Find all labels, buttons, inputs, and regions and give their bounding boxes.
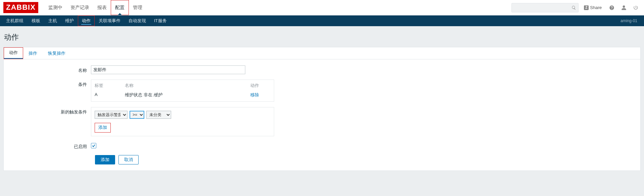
conditions-header: 标签 名称 动作 (91, 80, 274, 91)
search-icon[interactable] (572, 5, 576, 10)
row-conditions: 条件 标签 名称 动作 A 维护状态 非在 维护 移除 (7, 80, 637, 102)
main-nav: 监测中 资产记录 报表 配置 管理 (44, 0, 146, 15)
button-row: 添加 取消 (95, 155, 637, 164)
subnav-itservices[interactable]: IT服务 (150, 15, 171, 26)
subnav-discovery[interactable]: 自动发现 (125, 15, 150, 26)
new-cond-value-select[interactable]: 未分类 (146, 111, 171, 119)
label-enabled: 已启用 (7, 142, 91, 150)
main-nav-reports[interactable]: 报表 (93, 0, 111, 15)
share-label: Share (590, 5, 602, 10)
conditions-box: 标签 名称 动作 A 维护状态 非在 维护 移除 (91, 80, 274, 102)
subnav-actions[interactable]: 动作 (78, 15, 95, 26)
page-title: 动作 (4, 32, 640, 42)
form-area: 名称 条件 标签 名称 动作 A 维护状态 非在 维护 (4, 59, 640, 170)
cond-remove-link[interactable]: 移除 (250, 92, 259, 97)
enabled-checkbox[interactable] (91, 143, 96, 148)
cond-name-italic: 维护 (153, 92, 162, 97)
search-input[interactable] (512, 5, 578, 10)
share-button[interactable]: Z Share (581, 4, 604, 11)
submit-button[interactable]: 添加 (95, 155, 115, 164)
subnav-maintenance[interactable]: 维护 (61, 15, 78, 26)
tab-action[interactable]: 动作 (4, 47, 23, 59)
cancel-button[interactable]: 取消 (118, 155, 139, 164)
subnav-hostgroups[interactable]: 主机群组 (2, 15, 28, 26)
search-box (511, 3, 579, 12)
tab-operations[interactable]: 操作 (23, 47, 43, 59)
z-icon: Z (584, 5, 589, 10)
cond-name-prefix: 维护状态 非在 (125, 92, 153, 97)
label-conditions: 条件 (7, 80, 91, 88)
cond-head-tag: 标签 (95, 83, 125, 89)
new-condition-selects: 触发器示警度 >= 未分类 (95, 111, 270, 119)
label-name: 名称 (7, 65, 91, 74)
cond-tag: A (95, 92, 125, 98)
new-cond-add-link[interactable]: 添加 (95, 123, 111, 133)
check-icon (92, 144, 96, 148)
new-cond-operator-select[interactable]: >= (130, 111, 144, 119)
page-title-area: 动作 (0, 26, 644, 47)
cond-head-name: 名称 (125, 83, 250, 89)
user-icon[interactable] (619, 3, 629, 12)
subnav-templates[interactable]: 模板 (28, 15, 44, 26)
row-name: 名称 (7, 65, 637, 74)
subnav-hosts[interactable]: 主机 (44, 15, 61, 26)
tab-recovery-operations[interactable]: 恢复操作 (43, 47, 71, 59)
conditions-row: A 维护状态 非在 维护 移除 (91, 91, 274, 101)
main-nav-inventory[interactable]: 资产记录 (66, 0, 93, 15)
power-icon[interactable] (631, 3, 641, 12)
top-header: ZABBIX 监测中 资产记录 报表 配置 管理 Z Share (0, 0, 644, 15)
cond-head-action: 动作 (250, 83, 270, 89)
new-cond-field-select[interactable]: 触发器示警度 (95, 111, 128, 119)
row-new-condition: 新的触发条件 触发器示警度 >= 未分类 添加 (7, 107, 637, 136)
main-nav-configuration[interactable]: 配置 (111, 0, 129, 15)
label-new-condition: 新的触发条件 (7, 107, 91, 115)
hostname-label: aming-01 (621, 18, 642, 23)
subnav-correlation[interactable]: 关联项事件 (95, 15, 125, 26)
cond-name: 维护状态 非在 维护 (125, 92, 250, 98)
name-input[interactable] (91, 65, 245, 74)
main-nav-monitoring[interactable]: 监测中 (44, 0, 66, 15)
help-icon[interactable] (607, 3, 616, 12)
sub-nav: 主机群组 模板 主机 维护 动作 关联项事件 自动发现 IT服务 aming-0… (0, 15, 644, 26)
new-condition-box: 触发器示警度 >= 未分类 添加 (91, 107, 274, 136)
tabs-row: 动作 操作 恢复操作 (4, 47, 640, 59)
row-enabled: 已启用 (7, 142, 637, 150)
main-nav-administration[interactable]: 管理 (129, 0, 146, 15)
top-right: Z Share (511, 3, 641, 12)
brand-logo[interactable]: ZABBIX (3, 2, 38, 13)
content-card: 动作 操作 恢复操作 名称 条件 标签 名称 动作 (3, 47, 641, 171)
